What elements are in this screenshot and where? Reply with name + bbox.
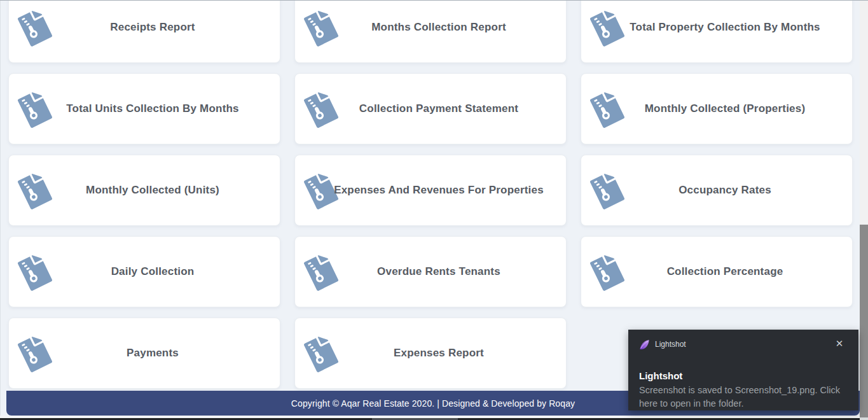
report-card-title: Expenses Report — [295, 318, 566, 388]
report-card[interactable]: Overdue Rents Tenants — [294, 236, 567, 307]
report-card[interactable]: Occupancy Rates — [581, 155, 853, 226]
report-card[interactable]: Expenses Report — [294, 318, 567, 389]
report-card-title: Occupancy Rates — [581, 155, 852, 225]
report-card-title: Monthly Collected (Properties) — [581, 74, 852, 144]
report-card[interactable]: Months Collection Report — [294, 0, 567, 63]
notification-header: Lightshot — [639, 339, 848, 350]
report-card[interactable]: Receipts Report — [8, 0, 280, 63]
report-card-title: Total Units Collection By Months — [9, 74, 280, 144]
report-card-title: Total Property Collection By Months — [581, 0, 852, 62]
close-icon[interactable]: ✕ — [833, 337, 846, 350]
report-card[interactable]: Total Units Collection By Months — [8, 73, 280, 144]
report-card[interactable]: Daily Collection — [8, 236, 280, 307]
report-card-title: Payments — [9, 318, 280, 388]
report-card[interactable]: Payments — [8, 318, 280, 389]
report-card[interactable]: Total Property Collection By Months — [581, 0, 853, 63]
report-card-title: Daily Collection — [9, 237, 280, 307]
report-card[interactable]: Monthly Collected (Units) — [8, 155, 280, 226]
report-card-title: Receipts Report — [9, 0, 280, 62]
report-card-title: Monthly Collected (Units) — [9, 155, 280, 225]
report-card[interactable]: Collection Percentage — [581, 236, 853, 307]
report-card[interactable]: Expenses And Revenues For Properties — [294, 155, 567, 226]
scrollbar-track[interactable] — [860, 1, 868, 417]
reports-page: Receipts Report Months Collection Report — [0, 0, 868, 420]
report-card[interactable]: Collection Payment Statement — [294, 73, 567, 144]
notification-message[interactable]: Screenshot is saved to Screenshot_19.png… — [639, 384, 849, 410]
notification-app-name: Lightshot — [655, 340, 686, 349]
report-card[interactable]: Monthly Collected (Properties) — [581, 73, 853, 144]
copyright-text: Copyright © Aqar Real Estate 2020. | Des… — [291, 398, 575, 409]
notification-title: Lightshot — [639, 370, 682, 381]
report-card-title: Months Collection Report — [295, 0, 566, 62]
report-card-title: Overdue Rents Tenants — [295, 237, 566, 307]
lightshot-feather-icon — [639, 339, 650, 350]
report-card-title: Expenses And Revenues For Properties — [295, 155, 566, 225]
report-card-title: Collection Payment Statement — [295, 74, 566, 144]
window-resize-corner[interactable] — [860, 417, 868, 420]
lightshot-notification[interactable]: Lightshot ✕ Lightshot Screenshot is save… — [628, 330, 858, 410]
report-card-title: Collection Percentage — [581, 237, 852, 307]
scrollbar-thumb[interactable] — [860, 225, 868, 417]
